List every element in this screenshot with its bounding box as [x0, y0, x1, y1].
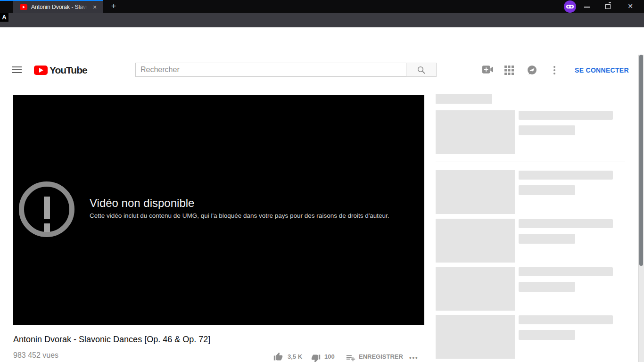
skeleton-title-line — [519, 111, 613, 120]
youtube-favicon-icon — [20, 4, 27, 10]
skeleton-title-line — [519, 267, 613, 276]
skeleton-thumbnail — [436, 170, 515, 214]
browser-tab[interactable]: Antonin Dvorak - Slavonic ✕ — [13, 1, 103, 13]
tab-title-fade — [78, 1, 89, 13]
scrollbar-thumb[interactable] — [639, 55, 643, 266]
search-button[interactable] — [406, 63, 437, 77]
search-box — [135, 63, 406, 77]
skeleton-meta-line — [519, 234, 575, 244]
apps-grid-icon[interactable] — [504, 66, 514, 77]
upload-video-icon[interactable] — [482, 66, 493, 75]
youtube-page: YouTube SE CONNECTER Vidéo non disponibl… — [0, 27, 644, 362]
skeleton-meta-line — [519, 125, 575, 135]
skeleton-meta-line — [519, 282, 575, 292]
youtube-logo[interactable]: YouTube — [34, 65, 87, 76]
a-extension-icon[interactable]: A — [0, 13, 8, 22]
sidebar-divider — [436, 162, 625, 162]
save-button[interactable]: ENREGISTRER — [359, 353, 403, 360]
messages-icon[interactable] — [527, 66, 537, 77]
player-error-message: Cette vidéo inclut du contenu de UMG, qu… — [90, 212, 389, 219]
video-player: Vidéo non disponible Cette vidéo inclut … — [13, 95, 424, 325]
skeleton-meta-line — [519, 185, 575, 195]
skeleton-thumbnail — [436, 219, 515, 263]
video-title: Antonin Dvorak - Slavonic Dances [Op. 46… — [13, 335, 210, 345]
video-more-icon[interactable]: ••• — [409, 354, 419, 361]
skeleton-thumbnail — [436, 315, 515, 359]
tab-close-icon[interactable]: ✕ — [91, 4, 99, 10]
browser-navbar: https://www.youtube.com/watch?v=fN4z8HjS… — [0, 13, 644, 27]
dislike-count[interactable]: 100 — [324, 353, 335, 360]
error-exclamation-icon — [19, 181, 74, 237]
window-close-button[interactable]: ✕ — [626, 2, 635, 10]
mask-glyph — [566, 5, 574, 9]
masthead-more-icon[interactable] — [553, 66, 555, 76]
save-playlist-icon[interactable] — [346, 353, 356, 362]
youtube-play-icon — [34, 66, 48, 75]
skeleton-title-line — [519, 219, 613, 228]
skeleton-thumbnail — [436, 267, 515, 311]
skeleton-meta-line — [519, 330, 575, 340]
player-error-title: Vidéo non disponible — [90, 197, 194, 210]
skeleton-title-line — [519, 315, 613, 324]
skeleton-thumbnail — [436, 110, 515, 154]
sidebar-skeleton-label — [436, 94, 492, 104]
view-count: 983 452 vues — [13, 351, 58, 360]
signin-button[interactable]: SE CONNECTER — [575, 66, 629, 74]
exclamation-dot — [44, 223, 50, 232]
new-tab-button[interactable]: + — [107, 0, 120, 12]
exclamation-bar — [44, 197, 50, 219]
search-icon — [417, 66, 425, 74]
search-input[interactable] — [136, 66, 406, 74]
guide-hamburger-icon[interactable] — [12, 66, 22, 73]
private-mask-icon — [564, 0, 576, 13]
window-restore-button[interactable] — [605, 4, 611, 9]
dislike-icon[interactable] — [311, 354, 321, 362]
skeleton-title-line — [519, 171, 613, 180]
window-minimize-button[interactable] — [584, 7, 590, 8]
browser-titlebar: Antonin Dvorak - Slavonic ✕ + ✕ — [0, 0, 644, 13]
like-icon[interactable] — [273, 352, 283, 362]
youtube-logo-text: YouTube — [50, 65, 87, 76]
like-count[interactable]: 3,5 K — [288, 353, 302, 360]
